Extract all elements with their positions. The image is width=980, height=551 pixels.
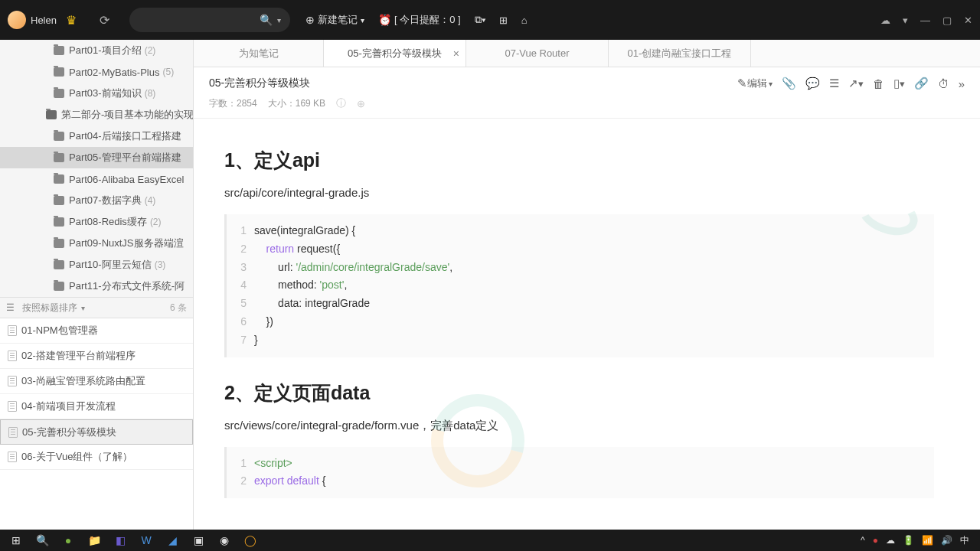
note-item[interactable]: 06-关于Vue组件（了解） <box>0 445 193 470</box>
clock-icon: ⏰ <box>378 14 391 26</box>
folder-item[interactable]: Part07-数据字典(4) <box>0 190 193 211</box>
task-app-icon[interactable]: W <box>133 531 159 549</box>
search-task-icon[interactable]: 🔍 <box>29 531 55 549</box>
more-icon[interactable]: » <box>959 77 965 90</box>
tab[interactable]: 01-创建尚融宝接口工程 <box>609 40 751 67</box>
start-button[interactable]: ⊞ <box>3 531 29 549</box>
menu-icon[interactable]: ☰ <box>6 302 15 313</box>
home-icon[interactable]: ⌂ <box>521 15 528 26</box>
tab[interactable]: 为知笔记 <box>194 40 324 67</box>
close-tab-icon[interactable]: × <box>453 47 459 60</box>
document-body: 1、定义api src/api/core/integral-grade.js 1… <box>194 119 980 530</box>
list-icon[interactable]: ☰ <box>829 77 839 90</box>
explorer-icon[interactable]: 📁 <box>81 531 107 549</box>
note-item[interactable]: 01-NPM包管理器 <box>0 318 193 344</box>
folder-icon <box>54 46 64 55</box>
paragraph: src/views/core/integral-grade/form.vue，完… <box>224 416 934 435</box>
note-title: 05-完善积分等级模块 <box>209 77 728 90</box>
folder-item[interactable]: Part11-分布式文件系统-阿 <box>0 276 193 297</box>
notelist-header: ☰ 按照标题排序 ▾ 6 条 <box>0 297 193 318</box>
document-icon <box>8 350 17 361</box>
tray-chevron-icon[interactable]: ^ <box>861 535 865 546</box>
close-icon[interactable]: ✕ <box>964 15 972 26</box>
document-icon <box>8 325 17 336</box>
avatar[interactable] <box>8 11 26 29</box>
volume-icon[interactable]: 🔊 <box>941 535 952 546</box>
tray-icon[interactable]: ☁ <box>886 535 895 546</box>
task-app-icon[interactable]: ◧ <box>107 531 133 549</box>
edit-button[interactable]: ✎ 编辑 ▾ <box>737 77 773 90</box>
folder-item[interactable]: Part02-MyBatis-Plus(5) <box>0 61 193 83</box>
sort-dropdown[interactable]: 按照标题排序 ▾ <box>22 302 170 315</box>
watermark <box>858 195 949 241</box>
folder-item[interactable]: Part09-NuxtJS服务器端渲 <box>0 233 193 254</box>
note-item[interactable]: 05-完善积分等级模块 <box>0 419 193 445</box>
terminal-icon[interactable]: ▣ <box>185 531 211 549</box>
tab[interactable]: 05-完善积分等级模块× <box>324 40 466 67</box>
note-item[interactable]: 04-前端项目开发流程 <box>0 394 193 419</box>
share-icon[interactable]: ↗▾ <box>848 77 864 90</box>
add-icon[interactable]: ⊕ <box>357 98 365 109</box>
sync-icon[interactable]: ☁ <box>880 15 890 26</box>
bookmark-icon[interactable]: ▯▾ <box>893 77 905 90</box>
new-note-button[interactable]: ⊕ 新建笔记 ▾ <box>305 13 364 27</box>
heading-2: 2、定义页面data <box>224 380 934 406</box>
folder-icon <box>54 260 64 269</box>
crown-icon[interactable]: ♛ <box>66 13 77 28</box>
task-app-icon[interactable]: ◯ <box>237 531 263 549</box>
note-meta: 字数：2854 大小：169 KB ⓘ ⊕ <box>194 93 980 119</box>
note-count: 6 条 <box>170 302 187 315</box>
folder-icon <box>54 282 64 291</box>
folder-icon <box>54 153 64 162</box>
pencil-icon: ✎ <box>737 77 747 90</box>
folder-item[interactable]: Part06-Alibaba EasyExcel <box>0 168 193 190</box>
ime-indicator[interactable]: 中 <box>960 534 969 547</box>
vscode-icon[interactable]: ◢ <box>159 531 185 549</box>
search-input[interactable]: 🔍 ▾ <box>129 8 290 32</box>
reminder-button[interactable]: ⏰ [ 今日提醒：0 ] <box>378 13 461 27</box>
delete-icon[interactable]: 🗑 <box>873 77 884 90</box>
folder-tree: Part01-项目介绍(2)Part02-MyBatis-Plus(5)Part… <box>0 40 193 297</box>
folder-icon <box>54 174 64 184</box>
folder-item[interactable]: Part04-后端接口工程搭建 <box>0 126 193 147</box>
folder-icon <box>54 67 64 77</box>
refresh-icon[interactable]: ⟳ <box>100 13 109 28</box>
maximize-icon[interactable]: ▢ <box>942 15 952 26</box>
link-icon[interactable]: 🔗 <box>914 77 929 90</box>
folder-icon <box>46 110 57 119</box>
paragraph: src/api/core/integral-grade.js <box>224 184 934 202</box>
folder-item[interactable]: Part10-阿里云短信(3) <box>0 254 193 276</box>
note-item[interactable]: 02-搭建管理平台前端程序 <box>0 344 193 369</box>
taskbar: ⊞ 🔍 ● 📁 ◧ W ◢ ▣ ◉ ◯ ^ ● ☁ 🔋 📶 🔊 中 <box>0 530 980 551</box>
attachment-icon[interactable]: 📎 <box>782 77 796 90</box>
titlebar: Helen ♛ ⟳ 🔍 ▾ ⊕ 新建笔记 ▾ ⏰ [ 今日提醒：0 ] ⧉▾ ⊞… <box>0 0 980 40</box>
folder-icon <box>54 89 64 98</box>
chevron-down-icon: ▾ <box>769 80 773 88</box>
folder-item[interactable]: Part05-管理平台前端搭建 <box>0 147 193 168</box>
note-item[interactable]: 03-尚融宝管理系统路由配置 <box>0 369 193 394</box>
chrome-icon[interactable]: ◉ <box>211 531 237 549</box>
folder-item[interactable]: Part08-Redis缓存(2) <box>0 211 193 233</box>
comment-icon[interactable]: 💬 <box>805 77 820 90</box>
folder-item[interactable]: 第二部分-项目基本功能的实现 <box>0 104 193 126</box>
apps-icon[interactable]: ⊞ <box>499 15 508 26</box>
dropdown-icon[interactable]: ▾ <box>903 15 908 26</box>
folder-icon <box>54 239 64 248</box>
tray-icon[interactable]: ● <box>873 535 878 546</box>
document-icon <box>8 427 18 438</box>
tab[interactable]: 07-Vue Router <box>466 40 609 67</box>
folder-icon <box>54 217 64 227</box>
tray-icon[interactable]: 🔋 <box>903 535 914 546</box>
document-icon <box>8 401 17 412</box>
minimize-icon[interactable]: — <box>920 15 930 26</box>
folder-item[interactable]: Part03-前端知识(8) <box>0 83 193 104</box>
task-app-icon[interactable]: ● <box>55 531 81 549</box>
wifi-icon[interactable]: 📶 <box>922 535 933 546</box>
folder-item[interactable]: Part01-项目介绍(2) <box>0 40 193 61</box>
system-tray[interactable]: ^ ● ☁ 🔋 📶 🔊 中 <box>861 534 977 547</box>
folder-icon <box>54 196 64 205</box>
chevron-down-icon: ▾ <box>361 16 364 24</box>
window-icon[interactable]: ⧉▾ <box>475 14 485 26</box>
info-icon[interactable]: ⓘ <box>336 96 346 110</box>
history-icon[interactable]: ⏱ <box>938 77 949 90</box>
